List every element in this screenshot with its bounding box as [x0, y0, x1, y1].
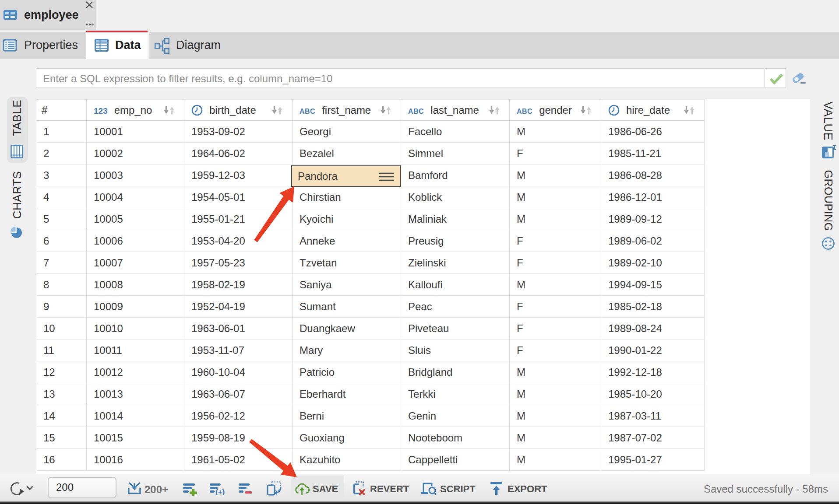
- svg-text:(+): (+): [215, 488, 225, 495]
